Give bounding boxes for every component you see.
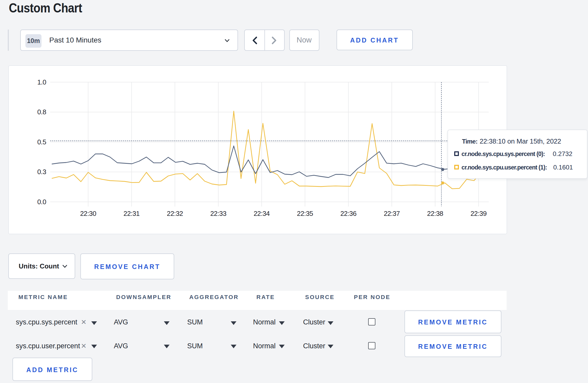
svg-text:22:32: 22:32 — [167, 210, 183, 217]
svg-text:22:39: 22:39 — [470, 210, 486, 217]
svg-text:0.5: 0.5 — [37, 138, 46, 146]
svg-text:1.0: 1.0 — [37, 78, 46, 86]
svg-text:0.3: 0.3 — [37, 168, 46, 176]
svg-text:22:31: 22:31 — [123, 210, 139, 217]
svg-text:22:37: 22:37 — [383, 210, 400, 217]
svg-text:22:36: 22:36 — [340, 210, 356, 217]
svg-text:22:33: 22:33 — [210, 210, 226, 217]
svg-text:0.0: 0.0 — [37, 198, 46, 206]
svg-text:0.8: 0.8 — [37, 108, 46, 116]
svg-text:22:38: 22:38 — [427, 210, 443, 217]
svg-text:22:30: 22:30 — [80, 210, 96, 217]
svg-text:22:35: 22:35 — [297, 210, 313, 217]
svg-text:22:34: 22:34 — [253, 210, 269, 217]
